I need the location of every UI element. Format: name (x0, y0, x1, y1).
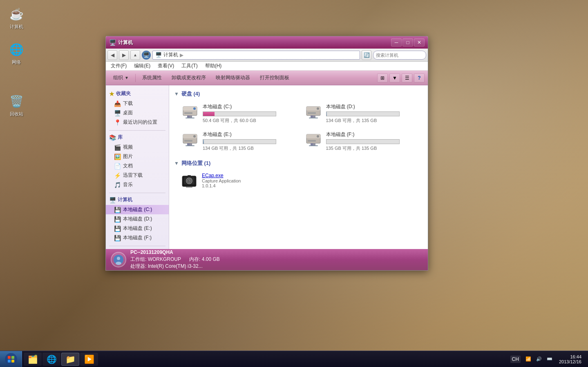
view-tiles-button[interactable]: ⊞ (377, 73, 388, 82)
control-panel-button[interactable]: 打开控制面板 (256, 73, 293, 83)
desktop-icon-computer[interactable]: ☕ 计算机 (2, 4, 31, 31)
drive-c-item[interactable]: 本地磁盘 (C:) 50.4 GB 可用，共 60.0 GB (181, 102, 300, 125)
tray-network-icon[interactable]: 📶 (524, 356, 533, 362)
sidebar-thunder-label: 迅雷下载 (123, 172, 143, 179)
sidebar-item-disk-e[interactable]: 💾 本地磁盘 (E:) (106, 224, 169, 233)
sidebar-item-video[interactable]: 🎬 视频 (106, 142, 169, 152)
map-drive-button[interactable]: 映射网络驱动器 (212, 73, 254, 83)
volume-tray-icon: 🔊 (536, 356, 542, 362)
drive-e-info: 本地磁盘 (E:) 134 GB 可用，共 135 GB (203, 131, 298, 151)
sidebar-favorites-label: 收藏夹 (116, 90, 131, 97)
main-panel: ▼ 硬盘 (4) (169, 85, 428, 249)
picture-icon: 🖼️ (114, 153, 121, 160)
sidebar-item-downloads[interactable]: 📥 下载 (106, 99, 169, 108)
up-button[interactable]: ▲ (130, 50, 140, 60)
address-path[interactable]: 🖥️ 计算机 ▶ (152, 51, 360, 60)
sidebar-divider-3 (109, 246, 165, 246)
taskbar-explorer[interactable]: 🗂️ (24, 353, 42, 366)
taskbar: 🗂️ 🌐 📁 ▶️ CH 📶 🔊 ⌨️ (0, 351, 588, 367)
search-input[interactable] (376, 53, 428, 58)
drive-e-name: 本地磁盘 (E:) (203, 131, 298, 138)
sidebar-downloads-label: 下载 (123, 100, 133, 107)
drive-e-item[interactable]: 本地磁盘 (E:) 134 GB 可用，共 135 GB (181, 129, 300, 153)
disk-c-icon: 💾 (114, 207, 121, 213)
ecap-network-item[interactable]: ECap.exe Capture Application 1.0.1.4 (174, 171, 423, 195)
drive-c-name: 本地磁盘 (C:) (203, 103, 298, 110)
menu-file[interactable]: 文件(F) (107, 62, 130, 70)
sidebar-item-disk-d[interactable]: 💾 本地磁盘 (D:) (106, 214, 169, 224)
window-title: 计算机 (118, 39, 391, 46)
sys-props-button[interactable]: 系统属性 (138, 73, 166, 83)
drive-c-info: 本地磁盘 (C:) 50.4 GB 可用，共 60.0 GB (203, 103, 298, 124)
menu-help[interactable]: 帮助(H) (202, 62, 225, 70)
tray-keyboard-icon[interactable]: ⌨️ (545, 356, 554, 362)
media-taskbar-icon: ▶️ (84, 354, 94, 364)
sidebar-item-music[interactable]: 🎵 音乐 (106, 180, 169, 189)
tray-lang[interactable]: CH (509, 356, 522, 363)
svg-rect-34 (186, 186, 192, 187)
drive-e-space: 134 GB 可用，共 135 GB (203, 145, 298, 151)
close-button[interactable]: ✕ (414, 38, 425, 47)
drive-d-bar (326, 111, 400, 116)
organize-button[interactable]: 组织 ▼ (109, 73, 133, 83)
forward-button[interactable]: ▶ (119, 50, 129, 60)
window-icon: 🖥️ (109, 39, 116, 46)
sidebar-item-recent[interactable]: 📍 最近访问的位置 (106, 118, 169, 127)
sidebar-item-thunder[interactable]: ⚡ 迅雷下载 (106, 171, 169, 180)
status-avatar (111, 252, 126, 267)
svg-rect-3 (184, 112, 192, 114)
view-details-button[interactable]: ☰ (402, 73, 412, 82)
computer-icon-label: 计算机 (10, 24, 23, 30)
restore-button[interactable]: □ (402, 38, 413, 47)
drive-f-bar (326, 139, 400, 144)
taskbar-ie[interactable]: 🌐 (42, 353, 60, 366)
svg-rect-6 (186, 118, 195, 118)
minimize-button[interactable]: ─ (391, 38, 402, 47)
tray-clock[interactable]: 16:44 2013/12/16 (556, 354, 585, 364)
status-computer-name: PC--20131209QHA (130, 249, 220, 255)
search-box[interactable]: 🔍 (373, 51, 426, 60)
menu-edit[interactable]: 编辑(E) (131, 62, 154, 70)
recycle-icon: 🗑️ (8, 93, 25, 109)
network-locations-arrow[interactable]: ▼ (174, 160, 179, 166)
music-icon: 🎵 (114, 182, 121, 188)
keyboard-tray-icon: ⌨️ (547, 356, 552, 362)
svg-rect-27 (309, 145, 318, 146)
menu-tools[interactable]: 工具(T) (178, 62, 201, 70)
sidebar: ★ 收藏夹 📥 下载 🖥️ 桌面 📍 最近访问的位置 (106, 85, 169, 249)
help-button[interactable]: ? (414, 73, 425, 82)
start-button[interactable] (0, 351, 22, 367)
ecap-app-name: ECap.exe (202, 173, 241, 178)
sidebar-item-document[interactable]: 📄 文档 (106, 161, 169, 171)
uninstall-button[interactable]: 卸载或更改程序 (168, 73, 210, 83)
view-dropdown-button[interactable]: ▼ (389, 73, 400, 82)
taskbar-items: 🗂️ 🌐 📁 ▶️ (22, 351, 505, 367)
tray-volume-icon[interactable]: 🔊 (534, 356, 543, 362)
library-icon: 📚 (109, 134, 116, 141)
sidebar-item-disk-c[interactable]: 💾 本地磁盘 (C:) (106, 205, 169, 214)
sidebar-item-picture[interactable]: 🖼️ 图片 (106, 152, 169, 161)
hard-disks-arrow[interactable]: ▼ (174, 91, 179, 97)
taskbar-folder[interactable]: 📁 (61, 353, 79, 366)
sidebar-video-label: 视频 (123, 144, 133, 151)
sidebar-library-header[interactable]: 📚 库 (106, 132, 169, 142)
drive-d-item[interactable]: 本地磁盘 (D:) 134 GB 可用，共 135 GB (304, 102, 423, 125)
back-button[interactable]: ◀ (107, 50, 117, 60)
refresh-button[interactable]: 🔄 (362, 50, 371, 60)
video-icon: 🎬 (114, 144, 121, 151)
sidebar-item-desktop[interactable]: 🖥️ 桌面 (106, 108, 169, 118)
network-tray-icon: 📶 (525, 356, 531, 362)
svg-rect-13 (309, 118, 318, 118)
desktop-icon-network[interactable]: 🌐 网络 (2, 40, 31, 67)
menu-view[interactable]: 查看(V) (154, 62, 177, 70)
disk-e-icon: 💾 (114, 225, 121, 232)
sidebar-computer-header[interactable]: 🖥️ 计算机 (106, 195, 169, 205)
toolbar: 组织 ▼ 系统属性 卸载或更改程序 映射网络驱动器 打开控制面板 ⊞ ▼ ☰ ? (106, 71, 428, 85)
sidebar-favorites-header[interactable]: ★ 收藏夹 (106, 89, 169, 99)
drive-f-item[interactable]: 本地磁盘 (F:) 135 GB 可用，共 135 GB (304, 129, 423, 153)
taskbar-media[interactable]: ▶️ (80, 353, 98, 366)
drive-c-space: 50.4 GB 可用，共 60.0 GB (203, 118, 298, 124)
desktop-icon-recycle[interactable]: 🗑️ 回收站 (2, 91, 31, 119)
svg-point-38 (5, 353, 17, 365)
sidebar-item-disk-f[interactable]: 💾 本地磁盘 (F:) (106, 233, 169, 242)
